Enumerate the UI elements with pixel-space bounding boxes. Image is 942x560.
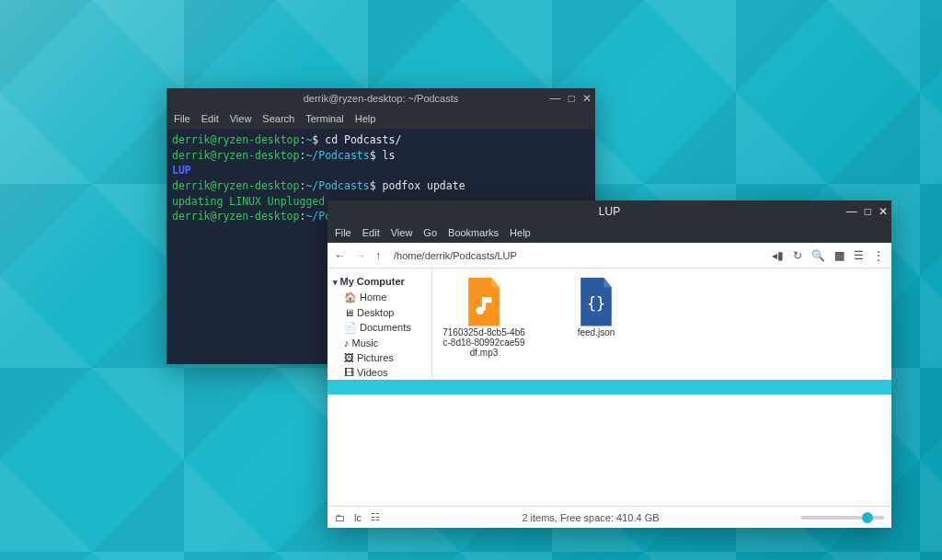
menu-edit[interactable]: Edit xyxy=(201,113,219,124)
reload-icon[interactable]: ↻ xyxy=(793,249,802,262)
minimize-button[interactable]: — xyxy=(550,93,561,104)
file-label: 7160325d-8cb5-4b6c-8d18-80992cae59df.mp3 xyxy=(442,327,526,358)
terminal-line: derrik@ryzen-desktop:~/Podcasts$ ls xyxy=(172,148,590,164)
location-toggle-icon[interactable]: ◂▮ xyxy=(772,249,784,262)
menu-file[interactable]: File xyxy=(335,227,351,238)
sidebar-item-desktop[interactable]: 🖥 Desktop xyxy=(331,305,428,320)
terminal-title: derrik@ryzen-desktop: ~/Podcasts xyxy=(304,93,459,104)
fm-title: LUP xyxy=(599,205,620,218)
fm-lower-blank xyxy=(327,394,891,506)
up-button[interactable]: ↑ xyxy=(375,249,381,262)
sidebar-item-pictures[interactable]: 🖼 Pictures xyxy=(331,350,428,365)
menu-terminal[interactable]: Terminal xyxy=(305,113,344,124)
folder-icon[interactable]: 🗀 xyxy=(335,512,345,523)
terminal-line: derrik@ryzen-desktop:~$ cd Podcasts/ xyxy=(172,132,590,148)
terminal-line: LUP xyxy=(172,163,590,178)
maximize-button[interactable]: □ xyxy=(865,205,871,218)
tree-icon[interactable]: ☷ xyxy=(371,511,380,523)
menu-view[interactable]: View xyxy=(391,227,413,238)
fm-menubar: File Edit View Go Bookmarks Help xyxy=(327,223,891,243)
fm-statusbar: 🗀 lc ☷ 2 items, Free space: 410.4 GB xyxy=(327,506,891,528)
status-text: 2 items, Free space: 410.4 GB xyxy=(389,512,792,523)
menu-file[interactable]: File xyxy=(174,113,190,124)
menu-help[interactable]: Help xyxy=(355,113,376,124)
terminal-titlebar[interactable]: derrik@ryzen-desktop: ~/Podcasts — □ ✕ xyxy=(167,88,595,109)
zoom-slider[interactable] xyxy=(801,516,884,520)
sidebar-item-home[interactable]: 🏠 Home xyxy=(331,290,428,305)
maximize-button[interactable]: □ xyxy=(569,93,575,104)
menu-help[interactable]: Help xyxy=(510,227,531,238)
menu-search[interactable]: Search xyxy=(262,113,294,124)
menu-bookmarks[interactable]: Bookmarks xyxy=(448,227,499,238)
file-manager-window: LUP — □ ✕ File Edit View Go Bookmarks He… xyxy=(327,200,891,528)
fm-content[interactable]: 7160325d-8cb5-4b6c-8d18-80992cae59df.mp3… xyxy=(432,269,891,380)
json-file-icon: {} xyxy=(577,278,615,324)
close-button[interactable]: ✕ xyxy=(879,205,888,218)
fm-titlebar[interactable]: LUP — □ ✕ xyxy=(327,200,891,223)
file-json[interactable]: {} feed.json xyxy=(554,278,638,337)
menu-edit[interactable]: Edit xyxy=(362,227,380,238)
file-label: feed.json xyxy=(554,327,638,337)
minimize-button[interactable]: — xyxy=(846,205,857,218)
svg-rect-1 xyxy=(482,297,486,311)
menu-view[interactable]: View xyxy=(230,113,252,124)
zoom-knob[interactable] xyxy=(862,512,873,523)
terminal-menubar: File Edit View Search Terminal Help xyxy=(167,109,595,129)
status-left: lc xyxy=(354,512,362,523)
sidebar-item-documents[interactable]: 📄 Documents xyxy=(331,320,428,336)
sidebar-item-music[interactable]: ♪ Music xyxy=(331,336,428,350)
compact-view-button[interactable]: ⋮ xyxy=(873,249,884,262)
icon-view-button[interactable]: ▦ xyxy=(834,249,844,262)
audio-file-icon xyxy=(465,278,503,324)
close-button[interactable]: ✕ xyxy=(582,93,592,104)
forward-button[interactable]: → xyxy=(355,249,366,262)
path-bar[interactable]: /home/derrik/Podcasts/LUP xyxy=(390,250,763,261)
fm-sidebar: My Computer 🏠 Home 🖥 Desktop 📄 Documents… xyxy=(327,269,432,380)
file-mp3[interactable]: 7160325d-8cb5-4b6c-8d18-80992cae59df.mp3 xyxy=(442,278,526,358)
accent-strip xyxy=(327,380,891,394)
list-view-button[interactable]: ☰ xyxy=(854,249,864,262)
sidebar-item-videos[interactable]: 🎞 Videos xyxy=(331,365,428,380)
svg-text:{}: {} xyxy=(587,294,605,313)
back-button[interactable]: ← xyxy=(335,249,346,262)
menu-go[interactable]: Go xyxy=(423,227,437,238)
search-icon[interactable]: 🔍 xyxy=(811,249,825,262)
sidebar-section-my-computer[interactable]: My Computer xyxy=(333,276,428,287)
terminal-line: derrik@ryzen-desktop:~/Podcasts$ podfox … xyxy=(172,178,590,194)
fm-toolbar: ← → ↑ /home/derrik/Podcasts/LUP ◂▮ ↻ 🔍 ▦… xyxy=(327,243,891,269)
